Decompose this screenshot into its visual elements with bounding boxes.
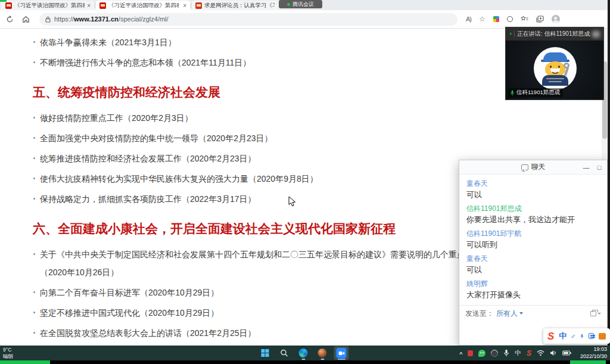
- article-link[interactable]: 全面加强党中央对疫情防控的集中统一领导（2020年2月23日）: [33, 129, 498, 147]
- tray-app-icon[interactable]: [490, 348, 500, 358]
- message-text: 可以听到: [466, 240, 600, 250]
- mouse-cursor: [288, 196, 296, 210]
- tab-favicon: [5, 2, 12, 9]
- share-border-segment: [0, 0, 7, 2]
- collections-star-icon[interactable]: [521, 15, 528, 23]
- app-taskbar-button[interactable]: [315, 346, 329, 360]
- tencent-meeting-icon: [336, 348, 346, 358]
- article-link[interactable]: 不断增强进行伟大斗争的意志和本领（2021年11月11日）: [33, 54, 498, 71]
- tab-1[interactable]: 《习近平谈治国理政》第四卷_ ×: [1, 1, 95, 10]
- article-link[interactable]: 依靠斗争赢得未来（2021年3月1日）: [33, 33, 498, 51]
- search-icon: [280, 349, 288, 357]
- chat-title: 聊天: [531, 162, 546, 172]
- article-link[interactable]: 统筹推进疫情防控和经济社会发展工作（2020年2月23日）: [33, 150, 498, 167]
- chat-messages: 童春天 可以 信科11901郑思成 你要先退出共享，我这边才能开 信科11901…: [459, 175, 607, 300]
- toolbox-icon[interactable]: [599, 333, 606, 340]
- meeting-floating-bar[interactable]: 腾讯会议: [279, 0, 322, 8]
- browser-toolbar: https://www.12371.cn/special/zglz4/ml/ A…: [0, 10, 610, 29]
- tab-close-icon[interactable]: ×: [87, 2, 91, 9]
- tab-title: 《习近平谈治国理政》第四卷_: [14, 2, 85, 10]
- tab-title: 求是网评论员：认真学习《习: [204, 2, 275, 10]
- article-link[interactable]: 关于《中共中央关于制定国民经济和社会发展第十四个五年规划和二〇三五年远景目标的建…: [33, 245, 498, 281]
- extension-circle-icon[interactable]: [507, 16, 513, 22]
- article-link[interactable]: 坚定不移推进中国式现代化（2020年10月29日）: [33, 304, 498, 322]
- microphone-tray-icon[interactable]: [503, 349, 509, 357]
- address-bar[interactable]: https://www.12371.cn/special/zglz4/ml/: [39, 13, 458, 26]
- message-text: 你要先退出共享，我这边才能开: [466, 215, 600, 225]
- mic-icon: [510, 90, 515, 96]
- keyboard-icon[interactable]: [589, 333, 594, 339]
- collections-layers-icon[interactable]: [536, 15, 544, 23]
- participant-avatar: [534, 47, 577, 90]
- tab-favicon: [195, 2, 202, 9]
- article-link[interactable]: 做好疫情防控重点工作（2020年2月3日）: [33, 109, 498, 127]
- chat-bubble-icon: [521, 164, 528, 170]
- section-heading: 六、全面建成小康社会，开启全面建设社会主义现代化国家新征程: [33, 221, 498, 236]
- send-to-row: 发送至： 所有人: [459, 305, 607, 321]
- wechat-icon[interactable]: [478, 350, 485, 357]
- screen-bottom-border: [0, 360, 610, 364]
- extension-pinwheel-icon[interactable]: [493, 16, 499, 22]
- share-border-segment: [0, 360, 50, 364]
- sogou-logo-icon[interactable]: S: [547, 331, 554, 341]
- volume-icon[interactable]: [550, 350, 557, 356]
- article-link[interactable]: 使伟大抗疫精神转化为实现中华民族伟大复兴的强大力量（2020年9月8日）: [33, 170, 498, 188]
- meeting-taskbar-button[interactable]: [334, 346, 348, 360]
- toolbar-right-icons: A) ☆: [466, 15, 560, 23]
- home-icon[interactable]: [22, 15, 30, 23]
- mic-active-icon: [287, 3, 290, 6]
- share-border-segment: [570, 360, 606, 364]
- message-text: 可以: [466, 265, 600, 275]
- desktop-edge: [608, 0, 610, 346]
- tab-3[interactable]: 求是网评论员：认真学习《习: [191, 1, 281, 10]
- tab-close-icon[interactable]: ×: [183, 2, 186, 9]
- edge-taskbar-button[interactable]: [295, 346, 310, 360]
- tab-2[interactable]: 《习近平谈治国理政》第四卷目 ×: [95, 1, 191, 10]
- message-sender: 姚明辉: [466, 279, 600, 289]
- ime-language-toggle[interactable]: 中: [559, 331, 567, 341]
- favorites-star-icon[interactable]: ☆: [479, 15, 485, 23]
- taskbar-center: [257, 346, 348, 360]
- tray-app-icon[interactable]: [468, 350, 473, 356]
- tab-favicon: [99, 2, 106, 9]
- ime-toolbar: S 中: [543, 328, 610, 344]
- voice-input-icon[interactable]: [580, 332, 584, 340]
- windows-logo-icon: [261, 349, 269, 357]
- wifi-icon[interactable]: [537, 350, 544, 356]
- edge-icon: [298, 349, 307, 357]
- article-link[interactable]: 保持战略定力，抓细抓实各项防疫工作（2022年3月17日）: [33, 190, 498, 208]
- tray-expand-icon[interactable]: ^: [459, 351, 462, 357]
- send-to-dropdown[interactable]: 所有人: [496, 309, 523, 319]
- maximize-button[interactable]: □: [593, 160, 606, 175]
- meeting-video-window[interactable]: 正在讲话: 信科11901郑思成 信科11901郑思成: [505, 27, 604, 100]
- profile-avatar[interactable]: [552, 15, 560, 23]
- message-sender: 信科11901郑思成: [466, 204, 600, 214]
- chevron-down-icon: [597, 313, 601, 315]
- system-tray: ^ 中 S 19:03 2022/10/30: [459, 346, 607, 360]
- taskbar-clock[interactable]: 19:03 2022/10/30: [580, 346, 607, 360]
- ime-mode-indicator[interactable]: 中: [515, 349, 521, 357]
- sogou-tray-icon[interactable]: S: [527, 349, 531, 357]
- screen: 《习近平谈治国理政》第四卷_ × 《习近平谈治国理政》第四卷目 × 求是网评论员…: [0, 0, 610, 364]
- app-icon: [318, 349, 326, 357]
- weather-widget[interactable]: 9°C 晴朗: [3, 347, 13, 359]
- article-link[interactable]: 在全国脱贫攻坚总结表彰大会上的讲话（2021年2月25日）: [33, 324, 498, 342]
- mic-icon: [509, 30, 512, 38]
- pen-icon[interactable]: [571, 333, 575, 340]
- message-text: 大家打开摄像头: [466, 290, 600, 300]
- refresh-icon[interactable]: [6, 15, 14, 23]
- video-feed: 信科11901郑思成: [506, 41, 603, 99]
- participant-name-badge: 信科11901郑思成: [508, 88, 563, 97]
- chat-titlebar[interactable]: 聊天 — □: [459, 160, 607, 175]
- start-button[interactable]: [257, 346, 272, 360]
- send-to-label: 发送至：: [465, 309, 494, 319]
- search-button[interactable]: [276, 346, 291, 360]
- message-sender: 信科11901邱宇航: [466, 229, 600, 239]
- read-aloud-icon[interactable]: A): [466, 15, 471, 23]
- minimize-button[interactable]: —: [580, 160, 593, 175]
- popout-window-button[interactable]: [590, 311, 601, 316]
- weather-condition: 晴朗: [3, 353, 13, 359]
- url-text: https://www.12371.cn/special/zglz4/ml/: [54, 15, 169, 23]
- battery-icon[interactable]: [562, 350, 571, 356]
- article-link[interactable]: 向第二个百年奋斗目标进军（2020年10月29日）: [33, 284, 498, 301]
